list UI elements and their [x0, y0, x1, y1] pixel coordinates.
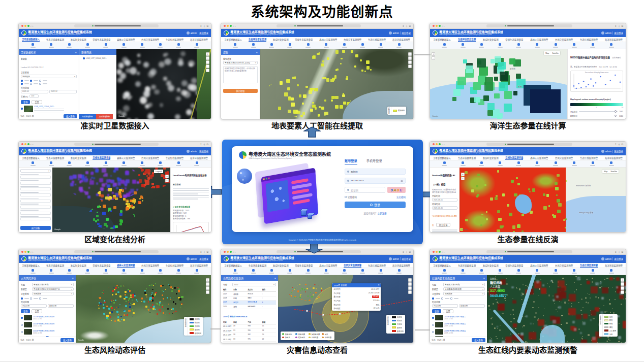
password-field[interactable]: ●●●●●●●●●●: [345, 178, 406, 184]
function-icon[interactable]: [68, 161, 71, 164]
function-icon[interactable]: [398, 43, 401, 46]
tabs-icon[interactable]: ⧉: [621, 143, 623, 146]
function-icon[interactable]: [610, 269, 612, 272]
nav-tab[interactable]: 卫星遥感数据接入: [22, 38, 40, 42]
tabs-icon[interactable]: ⧉: [409, 25, 411, 27]
tabs-icon[interactable]: ⧉: [409, 251, 411, 253]
minimize-button[interactable]: [24, 251, 26, 253]
close-button[interactable]: [21, 25, 23, 27]
load-images-button[interactable]: 载入影像: [60, 338, 74, 342]
function-icon[interactable]: [159, 43, 162, 46]
tab-account-login[interactable]: 账号登录: [345, 158, 357, 164]
function-icon[interactable]: [610, 161, 612, 164]
close-icon[interactable]: ×: [378, 284, 380, 286]
share-icon[interactable]: ↥: [615, 251, 617, 253]
function-icon[interactable]: [555, 161, 557, 164]
nav-tab[interactable]: 准实时变化监测: [71, 264, 86, 267]
p8-typhoon-map[interactable]: 2009号 米克拉× 过去时间08-11 07时 中心位置23.2N / 117…: [278, 275, 413, 343]
satellite-select[interactable]: 地图选择▾: [21, 75, 77, 78]
table-row[interactable]: 08-11 02时2898220: [223, 333, 276, 337]
address-bar[interactable]: [486, 143, 572, 146]
function-icon[interactable]: [462, 269, 464, 272]
map-zoom-controls[interactable]: +−: [621, 278, 624, 294]
forward-icon[interactable]: ›: [33, 25, 34, 27]
nav-tab[interactable]: 常规生态监测参量: [93, 264, 110, 267]
function-icon[interactable]: [536, 43, 538, 46]
nav-tab[interactable]: 卫星遥感数据接入: [433, 38, 451, 41]
dataset-select[interactable]: 土地覆盖动态数据集▾: [443, 287, 485, 291]
close-button[interactable]: [21, 143, 23, 145]
parameter-field[interactable]: [20, 198, 51, 203]
function-icon[interactable]: [105, 161, 107, 164]
forward-icon[interactable]: ›: [444, 25, 445, 27]
date-to-input[interactable]: 结束日期: [459, 304, 485, 308]
map-zoom-controls[interactable]: +−: [432, 52, 435, 60]
logout-button[interactable]: 退出登录: [402, 31, 411, 35]
start-year-slider[interactable]: 开始年份2001: [570, 111, 623, 113]
result-list-item[interactable]: 2019年粤港澳大湾区土地覆盖2019-12-31: [432, 322, 485, 327]
zoom-button[interactable]: [27, 251, 29, 253]
clear-selected-button[interactable]: 清除所选影像: [96, 114, 113, 119]
tabs-icon[interactable]: ⧉: [206, 251, 208, 253]
function-icon[interactable]: [234, 269, 236, 272]
parameter-field[interactable]: [20, 192, 51, 196]
logout-button[interactable]: 退出登录: [614, 257, 623, 260]
function-icon[interactable]: [122, 161, 125, 164]
nav-tab[interactable]: 森林火灾监测预警: [319, 264, 337, 267]
nav-tab[interactable]: 台风灾害监测预警: [141, 38, 159, 41]
table-row[interactable]: 2008巴威BAVI◦: [223, 296, 276, 301]
function-icon[interactable]: [592, 43, 594, 46]
p1-satellite-map[interactable]: +− Google: [116, 49, 211, 119]
function-icon[interactable]: [462, 43, 464, 46]
map-zoom-controls[interactable]: +−: [408, 278, 412, 294]
nav-tab[interactable]: 常规生态监测参量: [505, 264, 523, 267]
nav-tab[interactable]: 海洋环境监测预警: [605, 264, 623, 267]
eye-icon[interactable]: [401, 180, 403, 182]
function-icon[interactable]: [68, 269, 71, 272]
function-icon[interactable]: [270, 269, 273, 272]
function-icon[interactable]: [50, 161, 52, 164]
nav-tab[interactable]: 卫星遥感数据接入: [433, 156, 451, 159]
function-icon[interactable]: [517, 161, 520, 164]
share-icon[interactable]: ↥: [200, 251, 202, 253]
function-icon[interactable]: [380, 43, 382, 46]
back-icon[interactable]: ‹: [233, 25, 234, 27]
theme-select[interactable]: 粤港澳大湾区专题▾: [32, 283, 74, 286]
nav-tab[interactable]: 台风灾害监测预警: [344, 38, 361, 41]
function-icon[interactable]: [610, 43, 612, 46]
function-icon[interactable]: [499, 269, 501, 272]
function-icon[interactable]: [32, 161, 34, 164]
p3-ocean-map[interactable]: 深圳市 香港 MapSatellite +− Google: [430, 49, 567, 119]
nav-tab[interactable]: 生态红线监测预警: [368, 264, 386, 267]
function-icon[interactable]: [141, 269, 143, 272]
close-button[interactable]: [224, 25, 226, 27]
date-from-input[interactable]: 开始日期: [21, 304, 47, 308]
logout-button[interactable]: 退出登录: [614, 31, 623, 35]
typhoon-popup[interactable]: 2009号 米克拉× 过去时间08-11 07时 中心位置23.2N / 117…: [332, 283, 381, 311]
function-icon[interactable]: [398, 269, 401, 272]
function-icon[interactable]: [536, 269, 538, 272]
nav-tab[interactable]: 生态环境要素监测: [458, 38, 476, 42]
function-icon[interactable]: [361, 43, 364, 46]
address-bar[interactable]: [486, 24, 572, 27]
nav-tab[interactable]: 森林火灾监测预警: [319, 38, 337, 41]
tab-phone-login[interactable]: 手机号登录: [366, 158, 382, 164]
nav-tab[interactable]: 生态环境要素监测: [46, 156, 64, 159]
function-icon[interactable]: [573, 43, 575, 46]
nav-tab[interactable]: 生态环境要素监测: [458, 156, 476, 159]
nav-tab[interactable]: 海洋环境监测预警: [190, 156, 208, 159]
function-icon[interactable]: [270, 43, 273, 46]
image-list-item[interactable]: LC08_L1TP_122044_2022...: [81, 56, 114, 60]
map-type-toggle[interactable]: MapSatellite: [602, 170, 619, 173]
nav-tab[interactable]: 生态红线监测预警: [580, 38, 598, 41]
logout-button[interactable]: 退出登录: [199, 150, 208, 153]
close-button[interactable]: [433, 143, 435, 145]
nav-tab[interactable]: 准实时变化监测: [483, 264, 499, 267]
nav-tab[interactable]: 生态红线监测预警: [368, 38, 386, 41]
function-icon[interactable]: [122, 43, 125, 46]
function-icon[interactable]: [289, 269, 291, 272]
p2-imagery-map[interactable]: 提取结果 提取图斑 +−: [260, 49, 413, 119]
nav-tab[interactable]: 生态红线监测预警: [580, 263, 598, 268]
chlorophyll-scatter-chart[interactable]: Sea surface chlorophyll time series: [570, 71, 623, 92]
nav-tab[interactable]: 生态环境要素监测: [249, 38, 266, 42]
